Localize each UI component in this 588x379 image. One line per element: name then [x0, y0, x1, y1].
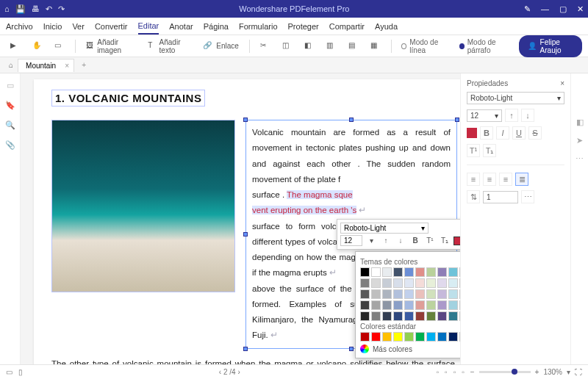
color-swatch[interactable]	[382, 278, 392, 288]
color-swatch[interactable]	[371, 300, 381, 310]
link-button[interactable]: 🔗Enlace	[198, 39, 243, 54]
italic-button[interactable]: I	[496, 126, 509, 140]
decrease-size-icon[interactable]: ↓	[395, 236, 406, 245]
menu-inicio[interactable]: Inicio	[43, 22, 62, 31]
align-left-button[interactable]: ≡	[467, 173, 480, 186]
color-swatch[interactable]	[459, 289, 460, 299]
menu-formulario[interactable]: Formulario	[239, 22, 278, 31]
view-mode-3-icon[interactable]: ▫	[453, 368, 456, 376]
qa-save-icon[interactable]: 💾	[15, 4, 26, 14]
color-swatch[interactable]	[382, 311, 392, 321]
color-swatch[interactable]	[393, 267, 403, 277]
color-swatch[interactable]	[360, 278, 370, 288]
bookmarks-icon[interactable]: 🔖	[5, 101, 15, 110]
resize-handle[interactable]	[243, 347, 248, 351]
view-continuous-icon[interactable]: ▯	[18, 368, 23, 376]
superscript-button[interactable]: T¹	[424, 236, 436, 245]
spacing-input[interactable]: 1	[483, 191, 518, 203]
color-swatch[interactable]	[437, 300, 447, 310]
color-swatch[interactable]	[426, 332, 436, 342]
feedback-icon[interactable]: ✎	[524, 4, 531, 14]
color-swatch[interactable]	[371, 278, 381, 288]
color-swatch[interactable]	[415, 311, 425, 321]
increase-size-icon[interactable]: ↑	[505, 109, 518, 122]
prev-page-icon[interactable]: ‹	[219, 368, 221, 376]
font-color-swatch[interactable]	[453, 237, 460, 245]
color-swatch[interactable]	[371, 311, 381, 321]
color-swatch[interactable]	[437, 332, 447, 342]
color-swatch[interactable]	[360, 332, 370, 342]
strike-button[interactable]: S	[528, 126, 542, 140]
underline-button[interactable]: U	[512, 126, 526, 140]
resize-handle[interactable]	[349, 347, 354, 351]
spacing-more-icon[interactable]: ⋯	[521, 190, 534, 203]
tab-close-icon[interactable]: ×	[65, 62, 69, 70]
shape-tool-3[interactable]: ▥	[322, 39, 341, 54]
align-right-button[interactable]: ≡	[499, 173, 512, 186]
color-swatch[interactable]	[437, 311, 447, 321]
color-swatch[interactable]	[448, 267, 458, 277]
zoom-value[interactable]: 130%	[543, 368, 562, 376]
more-icon[interactable]: ⋯	[576, 154, 584, 164]
color-swatch[interactable]	[360, 300, 370, 310]
color-swatch[interactable]	[382, 267, 392, 277]
color-swatch[interactable]	[393, 278, 403, 288]
menu-convertir[interactable]: Convertir	[95, 22, 128, 31]
color-swatch[interactable]	[437, 278, 447, 288]
color-swatch[interactable]	[382, 289, 392, 299]
color-swatch[interactable]	[404, 332, 414, 342]
color-swatch[interactable]	[393, 332, 403, 342]
crop-tool[interactable]: ✂	[256, 39, 275, 54]
shape-tool-1[interactable]: ◫	[278, 39, 297, 54]
layers-icon[interactable]: ◧	[576, 118, 584, 127]
hand-tool[interactable]: ✋	[28, 39, 47, 54]
color-swatch[interactable]	[393, 300, 403, 310]
color-swatch[interactable]	[426, 289, 436, 299]
close-icon[interactable]: ✕	[577, 4, 584, 14]
shape-tool-4[interactable]: ▤	[344, 39, 363, 54]
color-swatch[interactable]	[437, 289, 447, 299]
color-swatch[interactable]	[371, 289, 381, 299]
menu-ver[interactable]: Ver	[72, 22, 85, 31]
add-text-button[interactable]: TAñadir texto	[143, 36, 196, 57]
color-swatch[interactable]	[360, 289, 370, 299]
color-swatch[interactable]	[426, 267, 436, 277]
add-image-button[interactable]: 🖼Añadir imagen	[82, 36, 140, 57]
paragraph-mode-radio[interactable]: Modo de párrafo	[455, 36, 516, 57]
font-family-select[interactable]: Roboto-Light▾	[340, 223, 429, 234]
resize-handle[interactable]	[243, 232, 248, 237]
color-swatch[interactable]	[448, 289, 458, 299]
minimize-icon[interactable]: —	[541, 4, 549, 14]
color-swatch[interactable]	[404, 278, 414, 288]
next-page-icon[interactable]: ›	[237, 368, 240, 376]
font-size-input[interactable]: 12	[340, 235, 362, 246]
resize-handle[interactable]	[349, 118, 354, 122]
color-swatch[interactable]	[426, 278, 436, 288]
menu-editar[interactable]: Editar	[138, 21, 159, 35]
color-swatch[interactable]	[448, 278, 458, 288]
color-swatch[interactable]	[393, 289, 403, 299]
align-center-button[interactable]: ≡	[483, 173, 496, 186]
page-area[interactable]: 1. VOLCANIC MOUNTAINS Volcanic mountain …	[21, 73, 460, 364]
shape-tool-2[interactable]: ◧	[300, 39, 319, 54]
menu-archivo[interactable]: Archivo	[6, 22, 33, 31]
shape-tool-5[interactable]: ▦	[366, 39, 385, 54]
color-swatch[interactable]	[371, 332, 381, 342]
send-icon[interactable]: ➤	[576, 136, 583, 145]
color-swatch[interactable]	[448, 300, 458, 310]
maximize-icon[interactable]: ▢	[559, 4, 567, 14]
color-swatch[interactable]	[437, 267, 447, 277]
color-swatch[interactable]	[415, 267, 425, 277]
user-button[interactable]: 👤Felipe Araujo	[519, 35, 582, 57]
zoom-out-icon[interactable]: −	[470, 368, 475, 376]
prop-color-swatch[interactable]	[467, 128, 477, 138]
decrease-size-icon[interactable]: ↓	[521, 109, 534, 122]
menu-ayuda[interactable]: Ayuda	[375, 22, 398, 31]
view-single-icon[interactable]: ▭	[6, 368, 12, 376]
page-number[interactable]: 2	[223, 368, 228, 376]
color-swatch[interactable]	[426, 311, 436, 321]
panel-close-icon[interactable]: ×	[560, 79, 564, 87]
view-mode-2-icon[interactable]: ▫	[445, 368, 448, 376]
menu-compartir[interactable]: Compartir	[329, 22, 365, 31]
color-swatch[interactable]	[404, 289, 414, 299]
